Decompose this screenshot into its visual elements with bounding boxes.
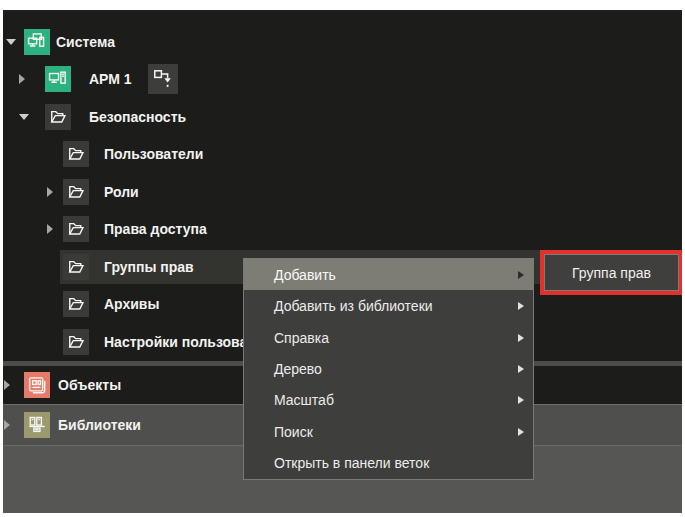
context-menu-item[interactable]: Справка xyxy=(244,322,533,353)
folder-icon xyxy=(63,141,89,167)
tree-item[interactable]: Система xyxy=(3,23,682,61)
expander-right-icon[interactable] xyxy=(47,187,53,197)
submenu-arrow-icon xyxy=(518,334,524,342)
tree-item-label: АРМ 1 xyxy=(89,71,132,87)
folder-icon xyxy=(63,179,89,205)
tree-item[interactable]: Пользователи xyxy=(3,136,682,174)
tree-item-label: Роли xyxy=(104,184,139,200)
tree-item[interactable]: Права доступа xyxy=(3,211,682,249)
menu-item-label: Дерево xyxy=(274,361,322,377)
tree-item-label: Безопасность xyxy=(89,109,186,125)
section-label: Объекты xyxy=(58,377,121,393)
tree-panel: Система АРМ 1 Безопасность Пользователи … xyxy=(3,10,682,513)
tree-item-label: Система xyxy=(56,34,115,50)
menu-item-label: Добавить из библиотеки xyxy=(274,298,433,314)
menu-item-label: Масштаб xyxy=(274,392,334,408)
tree-item[interactable]: Безопасность xyxy=(3,98,682,136)
tree-item-label: Права доступа xyxy=(104,221,207,237)
menu-item-label: Добавить xyxy=(274,267,336,283)
tree-item[interactable]: Роли xyxy=(3,173,682,211)
folder-icon xyxy=(63,216,89,242)
context-menu-item[interactable]: Открыть в панели веток xyxy=(244,448,533,479)
context-menu: Добавить Добавить из библиотеки Справка … xyxy=(243,258,534,480)
folder-icon xyxy=(63,291,89,317)
context-menu-item[interactable]: Дерево xyxy=(244,353,533,384)
submenu-item-group-of-rights[interactable]: Группа прав xyxy=(544,254,679,291)
libraries-icon xyxy=(24,412,50,438)
system-icon xyxy=(24,29,50,55)
expander-right-icon[interactable] xyxy=(47,224,53,234)
expander-down-icon[interactable] xyxy=(19,114,29,120)
expander-right-icon[interactable] xyxy=(19,74,25,84)
menu-item-label: Открыть в панели веток xyxy=(274,455,429,471)
tree-item-label: Архивы xyxy=(104,296,159,312)
context-menu-item[interactable]: Добавить из библиотеки xyxy=(244,290,533,321)
tree-item-label: Группы прав xyxy=(104,259,194,275)
folder-icon xyxy=(63,254,89,280)
folder-icon xyxy=(63,329,89,355)
submenu-arrow-icon xyxy=(518,396,524,404)
submenu-arrow-icon xyxy=(518,365,524,373)
annotation-highlight: Группа прав xyxy=(540,250,682,295)
menu-item-label: Поиск xyxy=(274,424,313,440)
context-menu-item[interactable]: Поиск xyxy=(244,416,533,447)
context-menu-item[interactable]: Добавить xyxy=(244,259,533,290)
expander-right-icon[interactable] xyxy=(4,420,10,430)
submenu-arrow-icon xyxy=(518,302,524,310)
submenu-arrow-icon xyxy=(518,271,524,279)
folder-icon xyxy=(45,104,71,130)
tree-item[interactable]: АРМ 1 xyxy=(3,61,682,99)
menu-item-label: Справка xyxy=(274,330,329,346)
context-menu-item[interactable]: Масштаб xyxy=(244,385,533,416)
expander-right-icon[interactable] xyxy=(4,380,10,390)
objects-icon xyxy=(24,372,50,398)
workstation-icon xyxy=(45,66,71,92)
section-label: Библиотеки xyxy=(58,417,141,433)
drop-target-icon[interactable] xyxy=(148,64,178,94)
expander-down-icon[interactable] xyxy=(6,39,16,45)
submenu-item-label: Группа прав xyxy=(572,265,651,281)
tree-item-label: Пользователи xyxy=(104,146,203,162)
submenu-arrow-icon xyxy=(518,428,524,436)
